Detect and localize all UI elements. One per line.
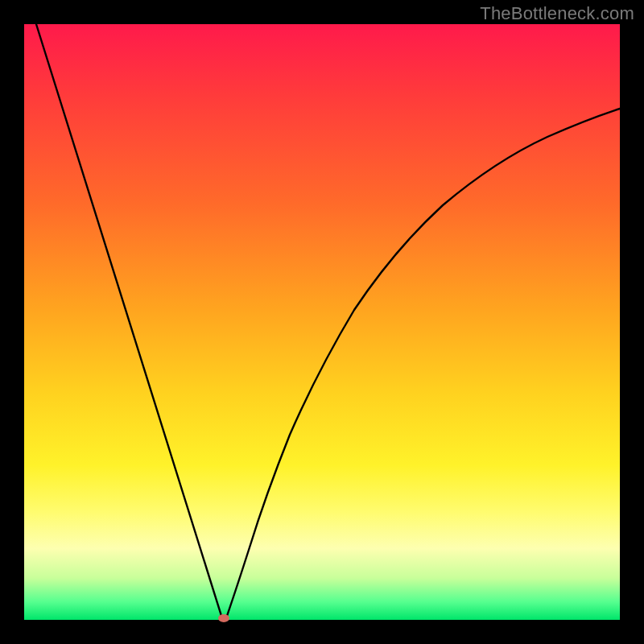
bottleneck-curve — [24, 24, 620, 620]
chart-frame: TheBottleneck.com — [0, 0, 644, 644]
curve-left-branch — [36, 24, 224, 618]
vertex-marker — [218, 614, 229, 622]
watermark-text: TheBottleneck.com — [480, 3, 634, 24]
curve-right-branch — [224, 109, 620, 618]
